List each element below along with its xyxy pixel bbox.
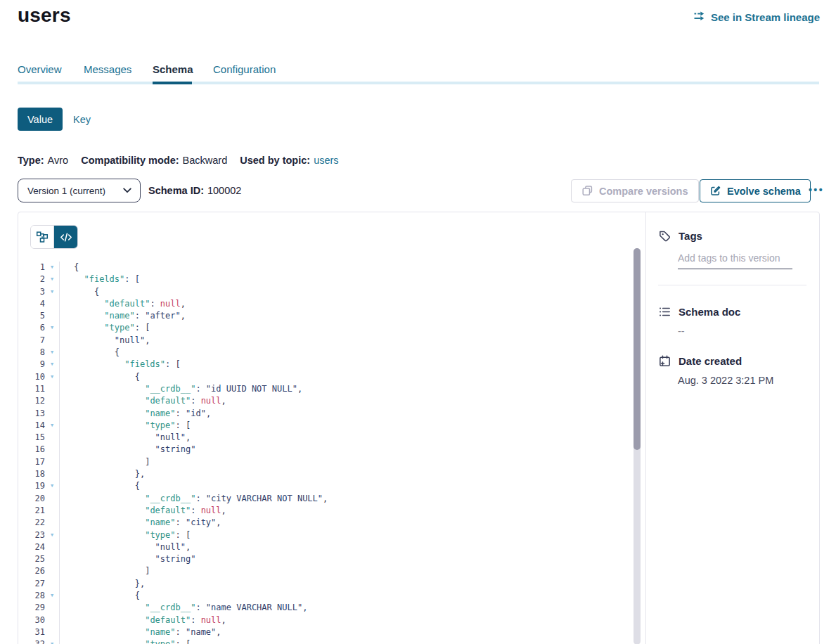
code-text: "default": null, <box>60 505 226 517</box>
collapse-toggle-icon[interactable]: ▼ <box>45 286 59 298</box>
code-text: "type": [ <box>60 420 191 432</box>
collapse-toggle-icon[interactable]: ▼ <box>45 480 59 492</box>
gutter-spacer <box>45 383 59 395</box>
line-number: 15 <box>18 432 45 444</box>
schema-meta-row: Type:Avro Compatibility mode:Backward Us… <box>18 155 339 166</box>
code-line: 26 ] <box>18 565 650 577</box>
schema-doc-title: Schema doc <box>679 306 740 318</box>
key-tab-link[interactable]: Key <box>73 108 91 131</box>
line-number: 8 <box>18 347 45 359</box>
gutter-spacer <box>45 298 59 310</box>
code-view-button[interactable] <box>54 226 77 248</box>
collapse-toggle-icon[interactable]: ▼ <box>45 371 59 383</box>
version-select[interactable]: Version 1 (current) <box>18 179 141 202</box>
code-text: { <box>60 347 120 359</box>
code-line: 2▼ "fields": [ <box>18 273 650 285</box>
line-number: 16 <box>18 444 45 456</box>
code-line: 9▼ "fields": [ <box>18 359 650 371</box>
code-text: "fields": [ <box>60 359 181 371</box>
compatibility-field: Compatibility mode:Backward <box>81 155 227 166</box>
tab-schema[interactable]: Schema <box>153 63 193 75</box>
compare-versions-label: Compare versions <box>599 186 688 197</box>
code-text: "type": [ <box>60 529 191 541</box>
code-line: 29 "__crdb__": "name VARCHAR NULL", <box>18 602 650 614</box>
line-number: 23 <box>18 529 45 541</box>
code-text: { <box>60 590 140 602</box>
evolve-schema-button[interactable]: Evolve schema <box>700 179 811 202</box>
tree-view-button[interactable] <box>31 226 54 248</box>
collapse-toggle-icon[interactable]: ▼ <box>45 273 59 285</box>
more-options-button[interactable]: ••• <box>804 178 828 202</box>
gutter-spacer <box>45 578 59 590</box>
line-number: 3 <box>18 286 45 298</box>
collapse-toggle-icon[interactable]: ▼ <box>45 262 59 273</box>
date-created-value: Aug. 3 2022 3:21 PM <box>678 375 806 386</box>
code-text: "default": null, <box>60 395 226 407</box>
code-text: "fields": [ <box>60 273 140 285</box>
tab-configuration[interactable]: Configuration <box>213 63 276 75</box>
compare-versions-button[interactable]: Compare versions <box>571 179 699 202</box>
line-number: 10 <box>18 371 45 383</box>
code-text: }, <box>60 468 145 480</box>
code-text: "name": "name", <box>60 626 221 638</box>
tag-icon <box>658 229 671 243</box>
gutter-spacer <box>45 395 59 407</box>
collapse-toggle-icon[interactable]: ▼ <box>45 420 59 432</box>
code-line: 7 "null", <box>18 335 650 347</box>
calendar-plus-icon <box>658 354 671 368</box>
date-created-title: Date created <box>679 355 742 367</box>
collapse-toggle-icon[interactable]: ▼ <box>45 529 59 541</box>
collapse-toggle-icon[interactable]: ▼ <box>45 322 59 334</box>
tab-overview[interactable]: Overview <box>18 63 62 75</box>
gutter-spacer <box>45 505 59 517</box>
collapse-toggle-icon[interactable]: ▼ <box>45 347 59 359</box>
gutter-spacer <box>45 626 59 638</box>
gutter-spacer <box>45 408 59 420</box>
line-number: 30 <box>18 614 45 626</box>
type-field: Type:Avro <box>18 155 68 166</box>
code-view-icon <box>60 232 72 243</box>
value-tab-button[interactable]: Value <box>18 108 63 131</box>
code-line: 18 }, <box>18 468 650 480</box>
version-select-value: Version 1 (current) <box>27 186 105 196</box>
line-number: 14 <box>18 420 45 432</box>
stream-lineage-link[interactable]: See in Stream lineage <box>693 11 820 24</box>
tab-underline-track <box>18 82 819 84</box>
collapse-toggle-icon[interactable]: ▼ <box>45 359 59 371</box>
code-text: "type": [ <box>60 638 191 644</box>
code-text: "__crdb__": "id UUID NOT NULL", <box>60 383 302 395</box>
line-number: 17 <box>18 456 45 468</box>
gutter-spacer <box>45 517 59 529</box>
code-text: ] <box>60 565 150 577</box>
code-text: }, <box>60 578 145 590</box>
code-line: 22 "name": "city", <box>18 517 650 529</box>
tab-messages[interactable]: Messages <box>84 63 131 75</box>
used-by-topic-link[interactable]: users <box>314 155 338 166</box>
gutter-spacer <box>45 541 59 553</box>
tab-underline-active <box>153 82 192 84</box>
code-line: 8▼ { <box>18 347 650 359</box>
collapse-toggle-icon[interactable]: ▼ <box>45 590 59 602</box>
code-text: "default": null, <box>60 614 226 626</box>
schema-id-field: Schema ID: 100002 <box>148 179 241 202</box>
code-text: ] <box>60 456 150 468</box>
code-line: 23▼ "type": [ <box>18 529 650 541</box>
line-number: 6 <box>18 322 45 334</box>
compatibility-label: Compatibility mode: <box>81 155 179 166</box>
line-number: 5 <box>18 310 45 322</box>
code-text: { <box>60 262 79 273</box>
sidebar-divider <box>658 285 806 285</box>
line-number: 11 <box>18 383 45 395</box>
add-tags-input[interactable] <box>678 252 792 269</box>
code-line: 10▼ { <box>18 371 650 383</box>
code-text: "string" <box>60 553 195 565</box>
code-line: 11 "__crdb__": "id UUID NOT NULL", <box>18 383 650 395</box>
line-number: 31 <box>18 626 45 638</box>
collapse-toggle-icon[interactable]: ▼ <box>45 638 59 644</box>
gutter-spacer <box>45 456 59 468</box>
code-text: "null", <box>60 541 191 553</box>
gutter-spacer <box>45 565 59 577</box>
code-text: "name": "after", <box>60 310 186 322</box>
line-number: 2 <box>18 273 45 285</box>
code-scrollbar-thumb[interactable] <box>634 248 641 450</box>
